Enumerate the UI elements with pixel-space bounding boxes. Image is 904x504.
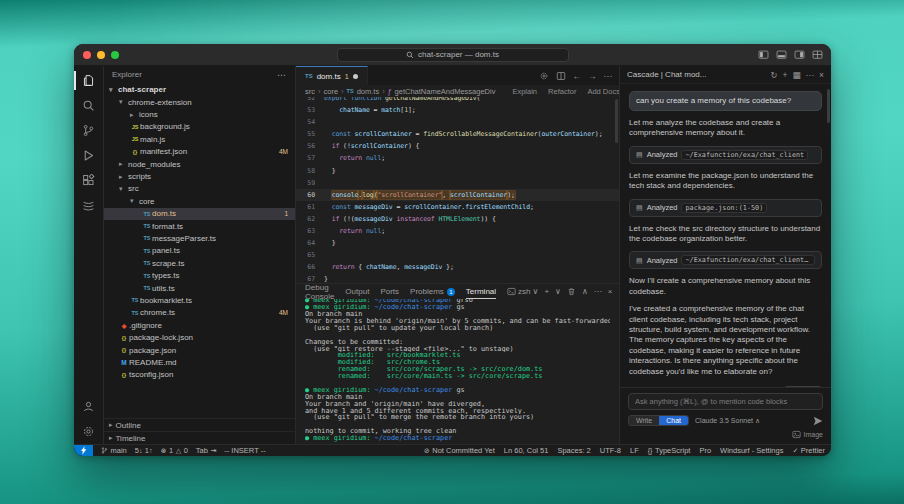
git-branch-button[interactable]: main [101,446,127,455]
tree-item[interactable]: README.md [104,356,295,368]
close-panel-icon[interactable]: × [819,70,824,80]
codelens-explain[interactable]: Explain [512,87,537,96]
breadcrumb-core[interactable]: core [324,87,339,96]
explorer-more-actions-icon[interactable]: ⋯ [277,70,287,80]
codelens-add-docstring[interactable]: Add Docstring [587,87,619,96]
tree-item[interactable]: types.ts [104,269,295,281]
workspace-root-folder[interactable]: ▾ chat-scraper [104,83,295,96]
plan-button[interactable]: Pro [699,446,711,455]
customize-layout-icon[interactable] [812,49,823,60]
toggle-primary-sidebar-icon[interactable] [758,49,769,60]
tool-call-card[interactable]: Analyzed ~/Exafunction/exa/chat_client [629,146,822,164]
model-selector[interactable]: Claude 3.5 Sonnet ∧ [695,417,760,425]
settings-gear-icon[interactable] [539,71,549,81]
panel-tab[interactable]: Output [345,284,369,299]
activitybar-extensions[interactable] [74,168,104,193]
write-mode-button[interactable]: Write [629,416,659,425]
more-actions-icon[interactable]: ⋯ [806,70,815,80]
indentation-button[interactable]: Spaces: 2 [557,446,590,455]
git-commit-state[interactable]: ⊘ Not Committed Yet [424,446,495,455]
tree-item[interactable]: messageParser.ts [104,232,295,244]
tree-item[interactable]: core [104,195,295,207]
navigate-forward-icon[interactable]: → [588,71,597,81]
panel-tab[interactable]: Terminal [466,284,496,299]
tree-item[interactable]: manifest.json 4M [104,146,295,158]
done-status-button[interactable]: Done ∨ [784,386,822,387]
navigate-back-icon[interactable]: ← [573,71,582,81]
chat-input[interactable]: Ask anything (⌘L), @ to mention code blo… [628,393,823,410]
eol-button[interactable]: LF [630,446,639,455]
panel-tab[interactable]: Ports [380,284,399,299]
tree-item[interactable]: main.js [104,133,295,145]
tree-item[interactable]: format.ts [104,220,295,232]
tree-item[interactable]: scrape.ts [104,257,295,269]
tree-item[interactable]: scripts [104,170,295,182]
zoom-window-button[interactable] [111,51,119,59]
vim-mode-indicator[interactable]: -- INSERT -- [224,446,265,455]
formatter-button[interactable]: ✓ Prettier [792,446,825,455]
outline-section[interactable]: ▸ Outline [104,418,295,431]
sync-changes-button[interactable]: 5↓ 1↑ [135,446,153,455]
tree-item[interactable]: background.js [104,121,295,133]
command-center-search[interactable]: chat-scraper — dom.ts [337,48,569,62]
tree-item[interactable]: utils.ts [104,282,295,294]
tool-call-card[interactable]: Analyzed package.json:(1-50) [629,199,822,217]
tree-item[interactable]: icons [104,108,295,120]
new-terminal-icon[interactable]: + [544,287,549,296]
terminal-output[interactable]: ● meex giridium: ~/code/chat-scraper gl●… [296,299,619,444]
tab-dom-ts[interactable]: TS dom.ts 1 [296,66,368,85]
tree-item[interactable]: chrome-extension [104,96,295,108]
panel-tab[interactable]: Problems 1 [410,284,455,299]
tree-item[interactable]: panel.ts [104,245,295,257]
tree-item[interactable]: package-lock.json [104,331,295,343]
shell-selector[interactable]: zsh ∨ [507,287,538,296]
tree-item[interactable]: package.json [104,344,295,356]
split-editor-icon[interactable] [556,71,566,81]
activitybar-run-debug[interactable] [74,143,104,168]
problems-button[interactable]: ⊗ 1 △ 0 [161,446,188,455]
windsurf-settings-button[interactable]: Windsurf - Settings [720,446,783,455]
language-mode-button[interactable]: {} TypeScript [648,446,691,455]
code-editor[interactable]: 52 export function getChatNameAndMessage… [296,97,619,283]
attach-image-button[interactable]: Image [792,430,823,439]
split-terminal-icon[interactable]: ∨ [555,287,561,296]
breadcrumb-symbol[interactable]: getChatNameAndMessageDiv [395,87,496,96]
activitybar-explorer[interactable] [74,68,104,93]
more-actions-icon[interactable]: ⋯ [604,71,613,81]
tree-item[interactable]: node_modules [104,158,295,170]
timeline-section[interactable]: ▸ Timeline [104,431,295,444]
tree-item[interactable]: src [104,183,295,195]
chat-mode-button[interactable]: Chat [659,416,688,425]
open-in-editor-icon[interactable]: ▦ [793,70,801,80]
close-window-button[interactable] [83,51,91,59]
tree-item[interactable]: tsconfig.json [104,369,295,381]
panel-tab[interactable]: Debug Console [305,284,334,299]
activitybar-search[interactable] [74,93,104,118]
new-chat-icon[interactable]: + [783,70,788,80]
tool-call-card[interactable]: Analyzed ~/Exafunction/exa/chat_client/s… [629,251,822,269]
maximize-panel-icon[interactable]: ∧ [582,287,588,296]
modified-dot-icon[interactable] [353,74,358,79]
cursor-position-button[interactable]: Ln 60, Col 51 [504,446,549,455]
panel-more-icon[interactable]: ⋯ [594,287,602,296]
activitybar-settings[interactable] [74,419,104,444]
minimize-window-button[interactable] [97,51,105,59]
tree-item[interactable]: .gitignore [104,319,295,331]
activitybar-windsurf[interactable] [74,193,104,218]
kill-terminal-trash-icon[interactable] [567,287,576,296]
tab-moves-focus-button[interactable]: Tab ⇥ [196,446,216,455]
codelens-refactor[interactable]: Refactor [548,87,576,96]
editor-scrollbar[interactable] [615,99,618,143]
breadcrumb-src[interactable]: src [305,87,315,96]
toggle-secondary-sidebar-icon[interactable] [794,49,805,60]
windsurf-remote-button[interactable] [74,445,93,457]
history-icon[interactable]: ↻ [770,70,777,80]
tree-item[interactable]: dom.ts 1 [104,208,295,220]
close-panel-icon[interactable]: × [608,287,613,296]
chat-scrollbar[interactable] [827,89,830,123]
tree-item[interactable]: chrome.ts 4M [104,307,295,319]
breadcrumb-file[interactable]: dom.ts [357,87,380,96]
encoding-button[interactable]: UTF-8 [600,446,621,455]
tree-item[interactable]: bookmarklet.ts [104,294,295,306]
activitybar-source-control[interactable] [74,118,104,143]
